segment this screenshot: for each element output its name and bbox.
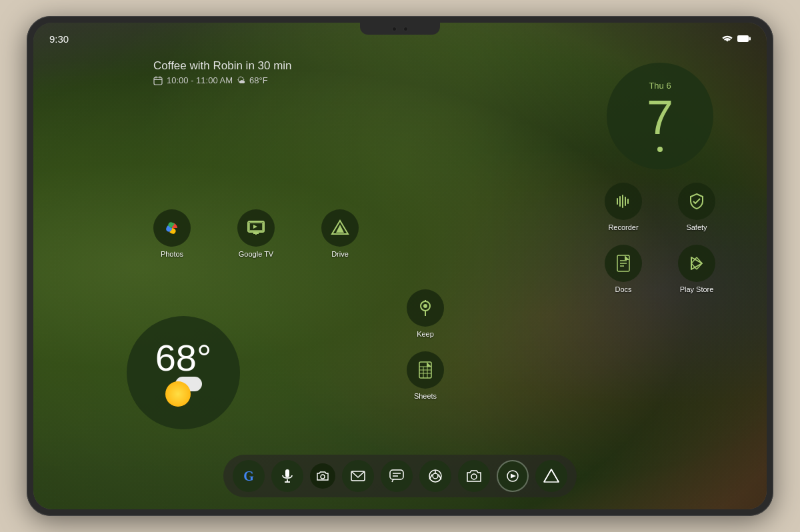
drive-label: Drive — [331, 250, 349, 258]
camera-bar — [360, 23, 440, 35]
app-keep[interactable]: Keep — [407, 289, 444, 338]
top-app-icons: Photos Google TV — [153, 209, 359, 258]
app-recorder[interactable]: Recorder — [593, 183, 653, 231]
youtube-icon — [505, 470, 520, 482]
recorder-label: Recorder — [608, 223, 638, 231]
svg-point-15 — [423, 304, 427, 308]
docs-label: Docs — [615, 285, 631, 293]
keep-label: Keep — [417, 330, 434, 338]
recorder-icon — [615, 193, 632, 210]
weather-icon — [165, 377, 202, 407]
svg-line-54 — [544, 469, 551, 482]
sheets-icon-circle — [407, 351, 444, 389]
tablet-device: 9:30 Coffee with Robin in 30 min — [27, 16, 773, 516]
calendar-widget[interactable]: Coffee with Robin in 30 min 10:00 - 11:0… — [153, 59, 292, 85]
camera-small-icon — [317, 471, 329, 481]
docs-icon — [616, 255, 631, 272]
chrome-icon — [428, 469, 443, 483]
google-tv-icon-circle — [237, 209, 275, 247]
calendar-icon — [153, 76, 163, 85]
camera-dot-left — [393, 27, 396, 31]
calendar-time-text: 10:00 - 11:00 AM — [167, 75, 233, 85]
calendar-weather-temp: 68°F — [249, 75, 268, 85]
drive-icon-circle — [321, 209, 359, 247]
safety-label: Safety — [686, 223, 707, 231]
keep-icon-circle — [407, 289, 444, 327]
photos-label: Photos — [161, 250, 183, 258]
mid-app-icons: Keep Sheets — [407, 289, 444, 400]
keep-icon — [417, 299, 434, 317]
dock-camera[interactable] — [458, 460, 490, 492]
svg-rect-22 — [617, 198, 618, 205]
dock-assistant[interactable] — [271, 460, 303, 492]
app-google-tv[interactable]: Google TV — [237, 209, 275, 258]
dock: G — [223, 455, 577, 497]
camera-icon — [467, 469, 481, 483]
dock-google[interactable]: G — [233, 460, 265, 492]
app-play-store[interactable]: Play Store — [667, 245, 727, 293]
gmail-icon — [351, 470, 365, 482]
svg-line-53 — [551, 469, 559, 482]
svg-rect-2 — [154, 77, 162, 85]
app-sheets[interactable]: Sheets — [407, 351, 444, 400]
dock-messages[interactable] — [381, 460, 413, 492]
clock-day: Thu 6 — [649, 81, 671, 91]
svg-rect-0 — [737, 35, 749, 42]
sun-circle — [165, 381, 191, 407]
svg-marker-31 — [691, 257, 702, 269]
app-docs[interactable]: Docs — [593, 245, 653, 293]
docs-icon-circle — [605, 245, 642, 282]
svg-rect-41 — [390, 470, 403, 479]
tablet-screen: 9:30 Coffee with Robin in 30 min — [33, 23, 767, 509]
recorder-icon-circle — [605, 183, 642, 220]
app-drive[interactable]: Drive — [321, 209, 359, 258]
calendar-time-row: 10:00 - 11:00 AM 🌤 68°F — [153, 75, 292, 85]
svg-rect-36 — [285, 469, 289, 477]
sheets-label: Sheets — [414, 392, 437, 400]
drive-icon — [331, 219, 349, 237]
dock-drive[interactable] — [535, 460, 567, 492]
messages-icon — [389, 469, 404, 483]
svg-rect-23 — [619, 196, 621, 207]
dock-camera-shortcut[interactable] — [310, 463, 335, 489]
safety-icon — [688, 193, 705, 210]
status-icons — [721, 34, 751, 43]
svg-marker-52 — [544, 469, 559, 482]
safety-icon-circle — [678, 183, 715, 220]
weather-temperature: 68° — [155, 339, 212, 377]
sheets-icon — [418, 361, 433, 379]
svg-rect-26 — [627, 199, 629, 204]
wifi-icon — [721, 34, 733, 43]
svg-point-45 — [433, 473, 438, 479]
clock-number: 7 — [647, 93, 673, 141]
google-tv-label: Google TV — [239, 250, 273, 258]
dock-chrome[interactable] — [419, 460, 451, 492]
photos-icon-circle — [153, 209, 191, 247]
clock-widget[interactable]: Thu 6 7 — [607, 63, 713, 169]
mic-icon — [281, 469, 294, 483]
weather-widget[interactable]: 68° — [127, 316, 240, 429]
svg-point-49 — [471, 474, 477, 479]
status-time: 9:30 — [49, 33, 69, 45]
play-store-icon — [688, 255, 705, 272]
play-store-label: Play Store — [680, 285, 714, 293]
svg-rect-1 — [749, 37, 751, 41]
app-photos[interactable]: Photos — [153, 209, 191, 258]
drive-dock-icon — [543, 469, 559, 483]
app-safety[interactable]: Safety — [667, 183, 727, 231]
dock-youtube[interactable] — [497, 460, 529, 492]
svg-rect-25 — [625, 197, 626, 206]
play-store-icon-circle — [678, 245, 715, 282]
battery-icon — [737, 35, 751, 43]
svg-rect-24 — [622, 195, 623, 208]
photos-icon — [163, 219, 181, 237]
svg-marker-51 — [511, 474, 516, 479]
svg-point-39 — [321, 475, 325, 479]
calendar-weather-emoji: 🌤 — [237, 75, 245, 85]
right-app-icons: Recorder Safety — [593, 183, 727, 293]
camera-dot-right — [404, 27, 407, 31]
calendar-event-title: Coffee with Robin in 30 min — [153, 59, 292, 73]
dock-gmail[interactable] — [342, 460, 374, 492]
clock-dot — [657, 147, 663, 152]
google-tv-icon — [247, 220, 265, 236]
